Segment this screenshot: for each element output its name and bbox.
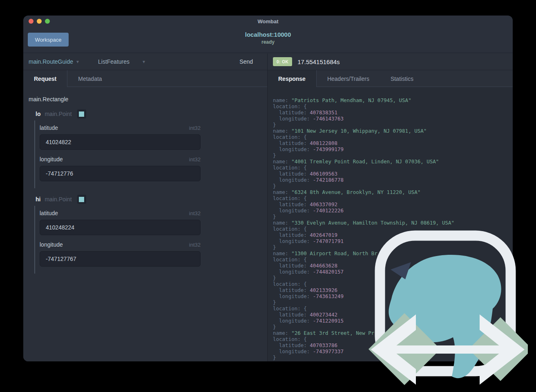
service-select[interactable]: main.RouteGuide ▾: [29, 58, 79, 65]
header: Workspace localhost:10000 ready: [23, 27, 513, 53]
lo-point-checkbox[interactable]: [77, 109, 86, 118]
tab-statistics[interactable]: Statistics: [380, 70, 424, 87]
request-tabs: Request Metadata: [23, 70, 267, 87]
status-code-badge: 0: OK: [273, 57, 292, 66]
response-line: location: {: [273, 134, 513, 140]
field-name: hi: [36, 196, 40, 203]
field-message-type: main.Point: [45, 196, 71, 203]
response-line: longitude: -740122226: [273, 207, 513, 214]
response-line: }: [273, 122, 513, 128]
field-group-header-hi: hi main.Point: [36, 195, 262, 204]
hi-longitude-input[interactable]: [40, 251, 201, 267]
field-type: int32: [189, 125, 201, 131]
field-lo-latitude: latitude int32: [40, 125, 201, 150]
response-line: latitude: 406337092: [273, 201, 513, 207]
field-hi-longitude: longitude int32: [40, 241, 201, 267]
field-message-type: main.Point: [45, 111, 71, 117]
tab-metadata[interactable]: Metadata: [67, 70, 112, 87]
response-line: name: "4001 Tremley Point Road, Linden, …: [273, 158, 513, 165]
response-line: latitude: 408122808: [273, 140, 513, 146]
field-group-hi: latitude int32 longitude int32: [34, 206, 262, 274]
response-line: name: "Patriots Path, Mendham, NJ 07945,…: [273, 97, 513, 103]
chevron-down-icon: ▾: [76, 59, 79, 65]
hi-latitude-input[interactable]: [40, 220, 201, 235]
field-group-header-lo: lo main.Point: [36, 109, 262, 118]
tab-response[interactable]: Response: [268, 70, 317, 87]
field-label: longitude: [40, 156, 63, 163]
field-type: int32: [189, 242, 201, 248]
response-line: longitude: -743999179: [273, 146, 513, 152]
response-toolbar: 0: OK 17.554151684s: [268, 53, 513, 70]
tab-headers-trailers[interactable]: Headers/Trailers: [317, 70, 380, 87]
request-toolbar: main.RouteGuide ▾ ListFeatures ▾ Send: [23, 53, 267, 70]
response-line: name: "330 Evelyn Avenue, Hamilton Towns…: [273, 220, 513, 226]
method-select-value: ListFeatures: [98, 58, 130, 65]
lo-longitude-input[interactable]: [40, 166, 201, 181]
hi-point-checkbox[interactable]: [77, 195, 86, 204]
request-form: main.Rectangle lo main.Point latitude in…: [23, 87, 267, 361]
field-type: int32: [189, 156, 201, 163]
field-lo-longitude: longitude int32: [40, 156, 201, 181]
message-type-label: main.Rectangle: [29, 96, 262, 102]
checkbox-checked-icon: [79, 111, 84, 117]
response-line: name: "6324 8th Avenue, Brooklyn, NY 112…: [273, 189, 513, 195]
chevron-down-icon: ▾: [143, 59, 145, 65]
field-hi-latitude: latitude int32: [40, 210, 201, 235]
response-line: longitude: -742186778: [273, 177, 513, 183]
field-type: int32: [189, 210, 201, 216]
response-line: location: {: [273, 103, 513, 109]
response-line: }: [273, 214, 513, 220]
field-name: lo: [36, 111, 40, 117]
response-line: }: [273, 152, 513, 158]
method-select[interactable]: ListFeatures ▾: [98, 58, 145, 65]
response-duration: 17.554151684s: [297, 58, 339, 65]
field-group-lo: latitude int32 longitude int32: [34, 120, 262, 188]
response-line: location: {: [273, 165, 513, 171]
traffic-light-zoom-button[interactable]: [45, 19, 50, 24]
tab-request[interactable]: Request: [23, 70, 67, 87]
response-line: longitude: -746143763: [273, 116, 513, 122]
host-address: localhost:10000: [23, 31, 513, 38]
lo-latitude-input[interactable]: [40, 134, 201, 150]
response-tabs: Response Headers/Trailers Statistics: [268, 70, 513, 87]
service-select-value: main.RouteGuide: [29, 58, 73, 65]
field-label: latitude: [40, 125, 58, 131]
send-button[interactable]: Send: [239, 58, 253, 65]
traffic-light-close-button[interactable]: [29, 19, 34, 24]
request-pane: main.RouteGuide ▾ ListFeatures ▾ Send Re…: [23, 53, 268, 361]
response-line: }: [273, 183, 513, 189]
checkbox-checked-icon: [79, 197, 84, 202]
response-line: location: {: [273, 195, 513, 201]
window-title: Wombat: [257, 18, 278, 24]
response-line: latitude: 407838351: [273, 109, 513, 116]
field-label: longitude: [40, 241, 63, 248]
wombat-logo-overlay: [368, 229, 528, 392]
titlebar: Wombat: [23, 16, 513, 27]
field-label: latitude: [40, 210, 58, 216]
response-line: latitude: 406109563: [273, 171, 513, 177]
response-line: name: "101 New Jersey 10, Whippany, NJ 0…: [273, 128, 513, 134]
connection-status: ready: [23, 39, 513, 45]
traffic-light-minimize-button[interactable]: [37, 19, 42, 24]
